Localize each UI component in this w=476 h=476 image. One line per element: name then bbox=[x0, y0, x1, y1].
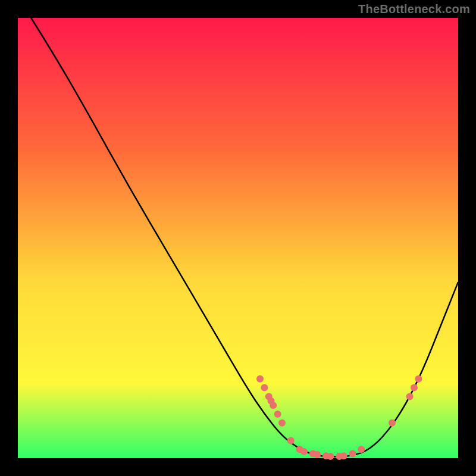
data-marker bbox=[274, 411, 281, 418]
data-marker bbox=[261, 384, 268, 392]
data-marker bbox=[287, 437, 295, 444]
data-marker bbox=[411, 384, 418, 392]
data-marker bbox=[349, 450, 356, 458]
data-marker bbox=[270, 402, 277, 409]
data-marker bbox=[389, 419, 396, 427]
data-marker bbox=[415, 375, 422, 383]
bottleneck-chart bbox=[0, 0, 476, 476]
chart-container: { "watermark": "TheBottleneck.com", "cha… bbox=[0, 0, 476, 476]
data-marker bbox=[314, 451, 321, 458]
data-marker bbox=[406, 393, 414, 400]
watermark-text: TheBottleneck.com bbox=[358, 2, 470, 16]
data-marker bbox=[278, 419, 286, 427]
data-marker bbox=[340, 452, 347, 459]
data-marker bbox=[327, 453, 334, 460]
plot-background bbox=[18, 18, 458, 458]
data-marker bbox=[358, 446, 365, 453]
data-marker bbox=[300, 448, 308, 455]
data-marker bbox=[256, 375, 264, 383]
